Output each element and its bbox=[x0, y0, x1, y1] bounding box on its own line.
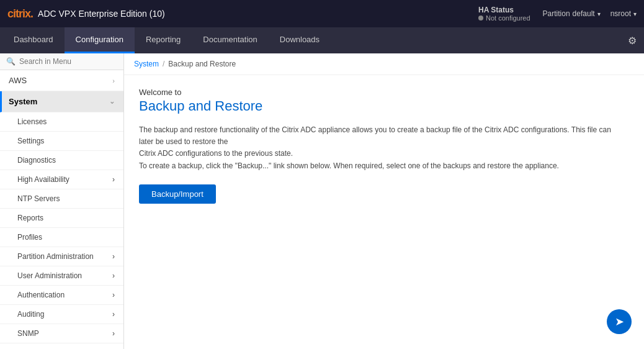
app-title: ADC VPX Enterprise Edition (10) bbox=[38, 9, 165, 19]
sidebar-item-label: Diagnostics bbox=[17, 156, 56, 165]
sidebar-item-reports[interactable]: Reports bbox=[0, 209, 123, 228]
breadcrumb-parent[interactable]: System bbox=[134, 60, 159, 68]
welcome-label: Welcome to bbox=[139, 88, 629, 97]
sidebar-item-profiles[interactable]: Profiles bbox=[0, 228, 123, 247]
sidebar-item-partition-admin[interactable]: Partition Administration › bbox=[0, 247, 123, 266]
sidebar-item-appflow[interactable]: AppFlow ⚠ › bbox=[0, 343, 123, 349]
content-area: System / Backup and Restore Welcome to B… bbox=[124, 53, 644, 349]
username-label: nsroot bbox=[610, 9, 631, 18]
user-menu-button[interactable]: nsroot ▾ bbox=[610, 9, 637, 18]
ha-status-value: Not configured bbox=[478, 14, 530, 22]
ha-dot-icon bbox=[478, 16, 483, 20]
chevron-down-icon: ⌄ bbox=[109, 97, 115, 106]
sidebar-item-label: Licenses bbox=[17, 117, 47, 126]
chevron-right-icon: › bbox=[112, 175, 115, 184]
partition-label: Partition bbox=[543, 9, 570, 18]
chevron-right-icon: › bbox=[112, 310, 115, 319]
nav-dashboard[interactable]: Dashboard bbox=[2, 27, 65, 53]
topbar: citrix. ADC VPX Enterprise Edition (10) … bbox=[0, 0, 644, 27]
brand-area: citrix. ADC VPX Enterprise Edition (10) bbox=[7, 7, 165, 20]
sidebar-item-authentication[interactable]: Authentication › bbox=[0, 286, 123, 305]
sidebar-item-label: Partition Administration bbox=[17, 252, 94, 261]
navbar: Dashboard Configuration Reporting Docume… bbox=[0, 27, 644, 53]
ha-status: HA Status Not configured bbox=[478, 6, 530, 22]
chevron-right-icon: › bbox=[112, 77, 115, 84]
nav-configuration[interactable]: Configuration bbox=[65, 27, 135, 53]
sidebar-item-aws[interactable]: AWS › bbox=[0, 70, 123, 91]
chevron-right-icon: › bbox=[112, 252, 115, 261]
sidebar-item-settings[interactable]: Settings bbox=[0, 132, 123, 151]
fab-button[interactable]: ➤ bbox=[607, 309, 632, 334]
main-layout: 🔍 AWS › System ⌄ Licenses Settings Diagn… bbox=[0, 53, 644, 349]
citrix-logo: citrix. bbox=[7, 7, 33, 20]
nav-reporting[interactable]: Reporting bbox=[135, 27, 192, 53]
nav-downloads[interactable]: Downloads bbox=[269, 27, 331, 53]
description-line1: The backup and restore functionality of … bbox=[139, 125, 611, 146]
navigate-icon: ➤ bbox=[615, 315, 624, 329]
page-content: Welcome to Backup and Restore The backup… bbox=[124, 75, 644, 216]
description-line2: Citrix ADC configurations to the previou… bbox=[139, 149, 293, 158]
sidebar-item-auditing[interactable]: Auditing › bbox=[0, 305, 123, 324]
topbar-right: HA Status Not configured Partition defau… bbox=[478, 6, 637, 22]
partition-value: default bbox=[573, 9, 595, 18]
chevron-right-icon: › bbox=[112, 291, 115, 299]
settings-icon[interactable]: ⚙ bbox=[628, 35, 637, 47]
sidebar-item-label: NTP Servers bbox=[17, 194, 60, 203]
description: The backup and restore functionality of … bbox=[139, 124, 623, 172]
backup-import-button[interactable]: Backup/Import bbox=[139, 184, 216, 204]
breadcrumb-separator: / bbox=[163, 60, 164, 68]
description-line3: To create a backup, click the "Backup...… bbox=[139, 161, 559, 170]
page-title: Backup and Restore bbox=[139, 98, 629, 114]
breadcrumb-current: Backup and Restore bbox=[168, 60, 236, 68]
partition-button[interactable]: Partition default ▾ bbox=[543, 9, 601, 18]
chevron-right-icon: › bbox=[112, 271, 115, 280]
ha-status-label: HA Status bbox=[478, 6, 514, 14]
sidebar-item-label: System bbox=[9, 97, 109, 106]
search-box[interactable]: 🔍 bbox=[0, 53, 123, 70]
search-icon: 🔍 bbox=[6, 57, 16, 66]
sidebar-item-label: AWS bbox=[9, 76, 112, 85]
sidebar-item-label: High Availability bbox=[17, 175, 69, 184]
search-input[interactable] bbox=[19, 57, 117, 66]
sidebar-item-label: Authentication bbox=[17, 291, 65, 299]
sidebar-item-label: Reports bbox=[17, 214, 43, 222]
breadcrumb: System / Backup and Restore bbox=[124, 53, 644, 75]
sidebar-item-diagnostics[interactable]: Diagnostics bbox=[0, 151, 123, 170]
sidebar-item-label: SNMP bbox=[17, 329, 39, 338]
chevron-right-icon: › bbox=[112, 329, 115, 338]
sidebar-item-system[interactable]: System ⌄ bbox=[0, 91, 123, 112]
sidebar-item-label: Profiles bbox=[17, 233, 42, 242]
chevron-down-icon: ▾ bbox=[597, 11, 601, 17]
sidebar-item-licenses[interactable]: Licenses bbox=[0, 112, 123, 132]
sidebar-item-label: Auditing bbox=[17, 310, 44, 319]
sidebar-item-user-admin[interactable]: User Administration › bbox=[0, 266, 123, 286]
chevron-down-icon: ▾ bbox=[633, 11, 637, 17]
sidebar-item-ntp-servers[interactable]: NTP Servers bbox=[0, 189, 123, 209]
nav-documentation[interactable]: Documentation bbox=[192, 27, 268, 53]
sidebar-item-snmp[interactable]: SNMP › bbox=[0, 324, 123, 343]
sidebar-item-label: User Administration bbox=[17, 271, 82, 280]
sidebar-item-high-availability[interactable]: High Availability › bbox=[0, 170, 123, 189]
sidebar-item-label: Settings bbox=[17, 137, 44, 145]
sidebar: 🔍 AWS › System ⌄ Licenses Settings Diagn… bbox=[0, 53, 124, 349]
